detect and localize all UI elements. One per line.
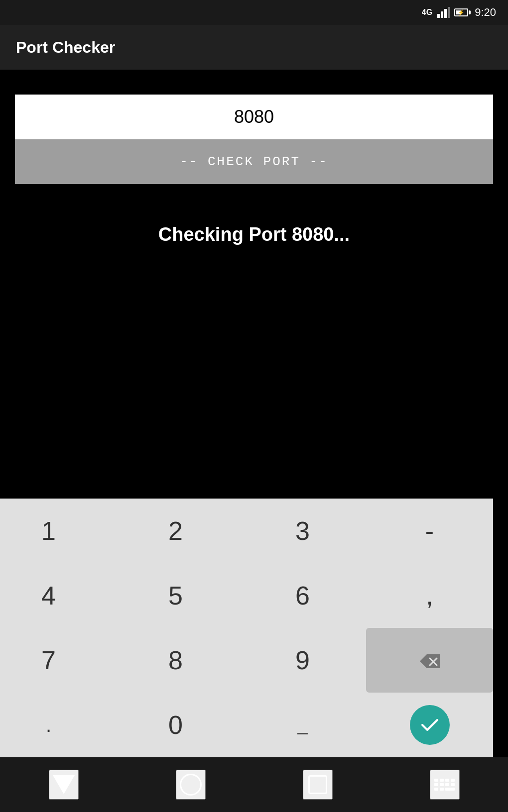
key-2[interactable]: 2 (112, 499, 239, 563)
check-port-label: -- CHECK PORT -- (180, 154, 328, 169)
port-input-container[interactable] (15, 95, 493, 139)
nav-back-button[interactable] (49, 770, 79, 800)
key-9[interactable]: 9 (239, 628, 366, 693)
recents-icon (308, 775, 327, 794)
key-done[interactable] (410, 705, 450, 745)
keyboard: 1 2 3 - 4 5 6 , 7 8 9 . 0 _ (0, 499, 493, 757)
key-backspace[interactable] (366, 628, 493, 693)
app-bar: Port Checker (0, 25, 508, 70)
main-content: -- CHECK PORT -- Checking Port 8080... (0, 70, 508, 499)
key-1[interactable]: 1 (0, 499, 112, 563)
port-input[interactable] (15, 106, 493, 127)
signal-4g-label: 4G (422, 8, 432, 17)
back-icon (53, 775, 75, 794)
keyboard-row-3: 7 8 9 (0, 628, 493, 693)
key-dash[interactable]: - (366, 499, 493, 563)
keyboard-row-2: 4 5 6 , (0, 563, 493, 628)
key-7[interactable]: 7 (0, 628, 112, 693)
key-dot[interactable]: . (0, 693, 112, 757)
key-4[interactable]: 4 (0, 563, 112, 628)
key-5[interactable]: 5 (112, 563, 239, 628)
status-bar: 4G ⚡ 9:20 (0, 0, 508, 25)
home-icon (180, 774, 202, 796)
key-6[interactable]: 6 (239, 563, 366, 628)
status-time: 9:20 (475, 6, 496, 19)
key-3[interactable]: 3 (239, 499, 366, 563)
backspace-icon (419, 645, 441, 675)
status-icons: 4G ⚡ 9:20 (422, 6, 496, 19)
key-0[interactable]: 0 (112, 693, 239, 757)
key-comma[interactable]: , (366, 563, 493, 628)
nav-home-button[interactable] (176, 770, 206, 800)
nav-keyboard-button[interactable] (430, 770, 460, 800)
nav-recents-button[interactable] (303, 770, 333, 800)
signal-icon (437, 7, 450, 18)
check-port-button[interactable]: -- CHECK PORT -- (15, 139, 493, 184)
keyboard-row-1: 1 2 3 - (0, 499, 493, 563)
status-message: Checking Port 8080... (15, 214, 493, 255)
key-8[interactable]: 8 (112, 628, 239, 693)
key-done-container (366, 693, 493, 757)
keyboard-icon (434, 779, 455, 791)
battery-icon: ⚡ (454, 8, 471, 16)
key-underscore[interactable]: _ (239, 693, 366, 757)
keyboard-row-4: . 0 _ (0, 693, 493, 757)
nav-bar (0, 757, 508, 812)
app-title: Port Checker (16, 38, 115, 57)
